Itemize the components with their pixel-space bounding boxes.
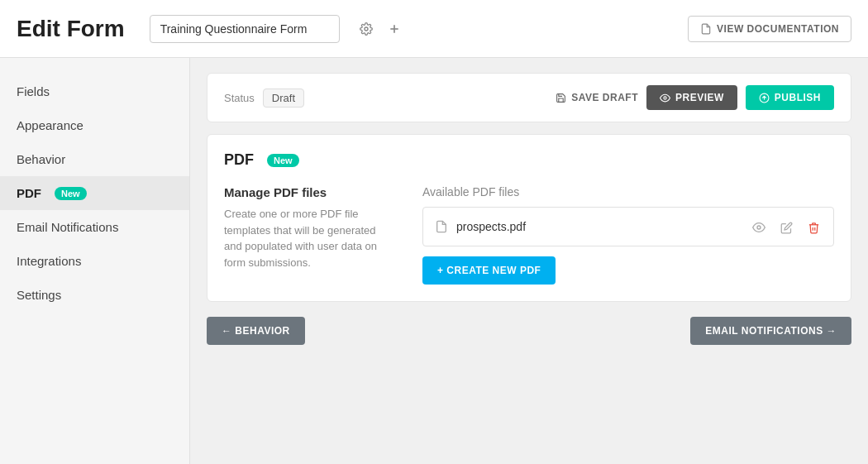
pdf-view-button[interactable] [751, 218, 767, 236]
form-name-input[interactable] [150, 15, 340, 43]
sidebar-item-behavior[interactable]: Behavior [0, 142, 189, 176]
add-button[interactable] [384, 19, 404, 39]
nav-buttons: ← BEHAVIOR EMAIL NOTIFICATIONS → [207, 313, 851, 348]
pdf-card: PDF New Manage PDF files Create one or m… [207, 134, 851, 302]
main-layout: Fields Appearance Behavior PDF New Email… [0, 58, 868, 464]
save-draft-button[interactable]: SAVE DRAFT [556, 92, 638, 103]
save-draft-label: SAVE DRAFT [571, 92, 638, 103]
sidebar-item-label: Fields [17, 84, 50, 98]
preview-button[interactable]: PREVIEW [646, 85, 737, 110]
create-pdf-label: + CREATE NEW PDF [437, 265, 541, 276]
sidebar-item-label: Email Notifications [17, 220, 118, 234]
sidebar-item-settings[interactable]: Settings [0, 278, 189, 312]
pdf-card-header: PDF New [224, 151, 834, 169]
sidebar-item-label: Appearance [17, 118, 83, 132]
sidebar-item-label: Behavior [17, 152, 65, 166]
pdf-delete-button[interactable] [806, 218, 822, 236]
gear-button[interactable] [356, 19, 376, 39]
pdf-file-name: prospects.pdf [456, 220, 742, 233]
new-badge: New [55, 187, 87, 200]
svg-point-3 [664, 96, 666, 98]
pdf-section-title: PDF [224, 151, 254, 169]
svg-point-5 [757, 226, 761, 229]
preview-label: PREVIEW [675, 92, 724, 103]
pdf-new-badge: New [267, 154, 299, 167]
header: Edit Form VIEW DOCUMENTATION [0, 0, 868, 58]
status-badge: Draft [263, 88, 304, 108]
next-label: EMAIL NOTIFICATIONS → [705, 325, 837, 337]
sidebar-item-appearance[interactable]: Appearance [0, 108, 189, 142]
pdf-content: Manage PDF files Create one or more PDF … [224, 185, 834, 285]
pdf-file-row: prospects.pdf [422, 207, 834, 246]
next-button[interactable]: EMAIL NOTIFICATIONS → [690, 317, 851, 345]
create-pdf-button[interactable]: + CREATE NEW PDF [422, 256, 556, 285]
pdf-file-actions [751, 218, 822, 236]
svg-point-0 [365, 27, 368, 31]
sidebar-item-email-notifications[interactable]: Email Notifications [0, 210, 189, 244]
back-button[interactable]: ← BEHAVIOR [207, 317, 305, 345]
available-section: Available PDF files prospects.pdf [422, 185, 834, 285]
manage-desc: Create one or more PDF file templates th… [224, 206, 389, 270]
back-label: ← BEHAVIOR [222, 325, 290, 337]
view-documentation-button[interactable]: VIEW DOCUMENTATION [688, 16, 851, 42]
publish-button[interactable]: PUBLISH [746, 85, 834, 110]
sidebar-item-label: Integrations [17, 254, 81, 268]
sidebar-item-fields[interactable]: Fields [0, 74, 189, 108]
manage-title: Manage PDF files [224, 185, 389, 199]
sidebar-item-label: Settings [17, 288, 61, 302]
sidebar: Fields Appearance Behavior PDF New Email… [0, 58, 190, 464]
manage-section: Manage PDF files Create one or more PDF … [224, 185, 389, 285]
status-label: Status [224, 92, 255, 104]
available-title: Available PDF files [422, 185, 834, 199]
view-doc-label: VIEW DOCUMENTATION [717, 23, 839, 35]
publish-label: PUBLISH [775, 92, 821, 103]
pdf-file-icon [435, 219, 448, 235]
status-actions: SAVE DRAFT PREVIEW PUBLISH [556, 85, 834, 110]
sidebar-item-integrations[interactable]: Integrations [0, 244, 189, 278]
content-area: Status Draft SAVE DRAFT PREVIEW [190, 58, 868, 464]
header-icons [356, 19, 404, 39]
status-bar: Status Draft SAVE DRAFT PREVIEW [207, 73, 851, 122]
page-title: Edit Form [17, 16, 125, 42]
sidebar-item-pdf[interactable]: PDF New [0, 176, 189, 210]
sidebar-item-label: PDF [17, 186, 41, 200]
pdf-edit-button[interactable] [779, 218, 794, 236]
